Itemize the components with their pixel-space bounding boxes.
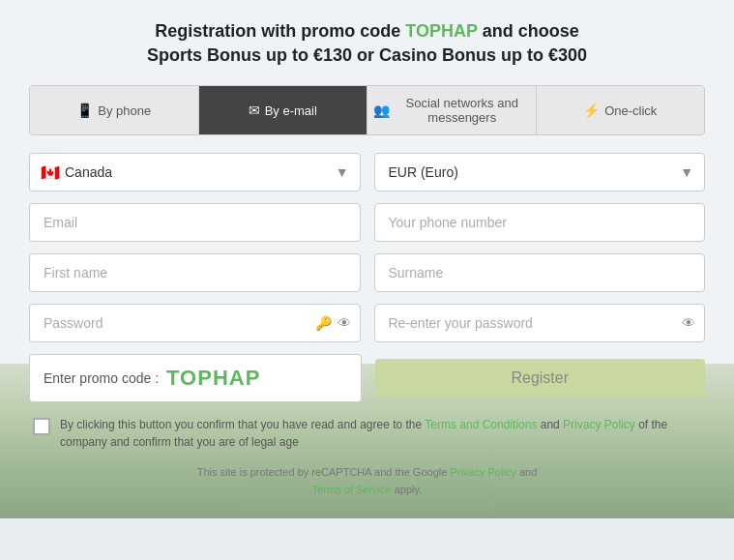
social-icon: 👥 bbox=[373, 103, 390, 118]
surname-input[interactable] bbox=[374, 253, 706, 292]
tab-phone[interactable]: 📱 By phone bbox=[30, 86, 199, 134]
headline-prefix: Registration with promo code bbox=[155, 21, 405, 41]
terms-checkbox[interactable] bbox=[33, 418, 50, 435]
terms-prefix: By clicking this button you confirm that… bbox=[60, 418, 425, 431]
repassword-input[interactable] bbox=[374, 304, 706, 342]
recaptcha-prefix: This site is protected by reCAPTCHA and … bbox=[197, 466, 451, 478]
privacy-policy-link[interactable]: Privacy Policy bbox=[563, 418, 635, 431]
country-currency-row: 🇨🇦 Canada ▼ EUR (Euro) ▼ bbox=[29, 153, 705, 192]
currency-field: EUR (Euro) ▼ bbox=[374, 153, 706, 192]
tab-phone-label: By phone bbox=[98, 103, 151, 118]
tab-oneclick-label: One-click bbox=[604, 103, 657, 118]
promo-code-box: Enter promo code : TOPHAP bbox=[29, 354, 362, 402]
headline-suffix: and choose bbox=[478, 21, 579, 41]
country-field: 🇨🇦 Canada ▼ bbox=[29, 153, 361, 192]
registration-container: Registration with promo code TOPHAP and … bbox=[0, 0, 734, 518]
headline-line2: Sports Bonus up to €130 or Casino Bonus … bbox=[147, 45, 587, 65]
recaptcha-terms-link[interactable]: Terms of Service bbox=[312, 484, 392, 495]
promo-label: Enter promo code : bbox=[44, 370, 159, 386]
firstname-field-group bbox=[29, 253, 361, 292]
password-icons: 🔑 👁 bbox=[315, 315, 351, 331]
currency-select[interactable]: EUR (Euro) bbox=[374, 153, 706, 192]
tab-social-label: Social networks and messengers bbox=[395, 96, 530, 125]
phone-input[interactable] bbox=[374, 203, 706, 242]
password-input[interactable] bbox=[29, 304, 361, 342]
terms-middle: and bbox=[537, 418, 563, 431]
tab-email-label: By e-mail bbox=[265, 103, 317, 118]
repassword-icons: 👁 bbox=[682, 315, 695, 331]
firstname-input[interactable] bbox=[29, 253, 361, 292]
headline-promo: TOPHAP bbox=[405, 21, 477, 41]
tab-oneclick[interactable]: ⚡ One-click bbox=[537, 86, 705, 134]
eye-icon[interactable]: 👁 bbox=[338, 315, 351, 331]
promo-register-row: Enter promo code : TOPHAP Register bbox=[29, 354, 705, 402]
password-row: 🔑 👁 👁 bbox=[29, 304, 705, 342]
phone-icon: 📱 bbox=[76, 103, 93, 118]
email-icon: ✉ bbox=[249, 103, 260, 118]
email-field-group bbox=[29, 203, 361, 242]
recaptcha-middle: and bbox=[516, 466, 537, 478]
tab-email[interactable]: ✉ By e-mail bbox=[199, 86, 368, 134]
recaptcha-suffix: apply. bbox=[392, 484, 423, 495]
headline: Registration with promo code TOPHAP and … bbox=[29, 19, 705, 68]
password-field-group: 🔑 👁 bbox=[29, 304, 361, 342]
registration-tabs: 📱 By phone ✉ By e-mail 👥 Social networks… bbox=[29, 85, 705, 135]
oneclick-icon: ⚡ bbox=[583, 103, 600, 118]
email-phone-row bbox=[29, 203, 705, 242]
recaptcha-privacy-link[interactable]: Privacy Policy bbox=[450, 466, 515, 478]
email-input[interactable] bbox=[29, 203, 361, 242]
terms-row: By clicking this button you confirm that… bbox=[29, 416, 705, 451]
repassword-field-group: 👁 bbox=[374, 304, 706, 342]
name-row bbox=[29, 253, 705, 292]
repassword-eye-icon[interactable]: 👁 bbox=[682, 315, 695, 331]
terms-conditions-link[interactable]: Terms and Conditions bbox=[425, 418, 537, 431]
terms-text: By clicking this button you confirm that… bbox=[60, 416, 701, 451]
country-select[interactable]: Canada bbox=[29, 153, 361, 192]
phone-field-group bbox=[374, 203, 706, 242]
register-button[interactable]: Register bbox=[375, 359, 706, 398]
surname-field-group bbox=[374, 253, 706, 292]
tab-social[interactable]: 👥 Social networks and messengers bbox=[367, 86, 537, 134]
recaptcha-section: This site is protected by reCAPTCHA and … bbox=[29, 464, 705, 498]
key-icon[interactable]: 🔑 bbox=[315, 315, 332, 331]
promo-code-value: TOPHAP bbox=[166, 366, 260, 391]
